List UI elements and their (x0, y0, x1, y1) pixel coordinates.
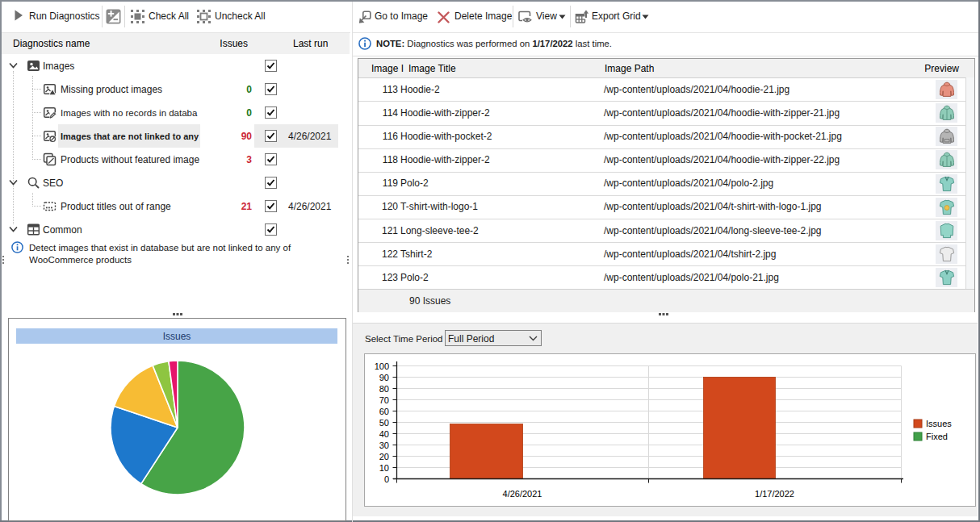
svg-text:0: 0 (384, 474, 389, 484)
svg-text:30: 30 (379, 441, 389, 450)
svg-text:60: 60 (379, 407, 389, 416)
svg-text:100: 100 (375, 361, 389, 371)
svg-text:90: 90 (379, 373, 389, 382)
svg-text:20: 20 (379, 452, 389, 461)
svg-text:50: 50 (379, 418, 389, 428)
svg-text:10: 10 (379, 463, 389, 473)
svg-text:Fixed: Fixed (926, 432, 948, 441)
svg-text:40: 40 (379, 429, 389, 439)
svg-text:80: 80 (379, 384, 389, 394)
svg-text:1/17/2022: 1/17/2022 (755, 489, 794, 499)
svg-text:Issues: Issues (926, 419, 952, 428)
svg-text:70: 70 (379, 395, 389, 405)
svg-text:4/26/2021: 4/26/2021 (503, 489, 542, 499)
